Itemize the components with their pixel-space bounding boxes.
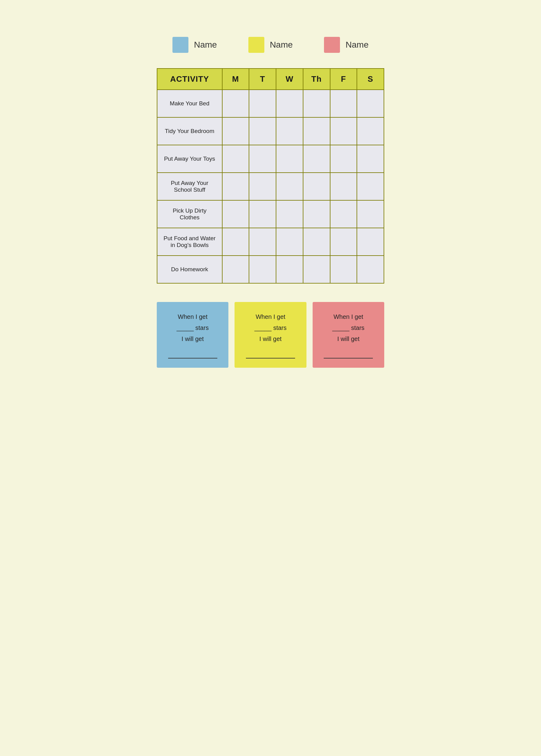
header-day-W: W <box>276 69 303 90</box>
cell-r5-d0[interactable] <box>222 228 249 256</box>
cell-r4-d0[interactable] <box>222 200 249 228</box>
cell-r2-d0[interactable] <box>222 145 249 173</box>
reward-card-yellow: When I get_____ starsI will get <box>235 302 306 368</box>
cell-r6-d2[interactable] <box>276 256 303 283</box>
table-row: Make Your Bed <box>157 90 384 118</box>
cell-r3-d3[interactable] <box>303 173 330 200</box>
cell-r3-d2[interactable] <box>276 173 303 200</box>
cell-r6-d5[interactable] <box>357 256 384 283</box>
cell-r2-d4[interactable] <box>330 145 357 173</box>
reward-section: When I get_____ starsI will get When I g… <box>157 302 384 368</box>
cell-r0-d5[interactable] <box>357 90 384 118</box>
activity-cell-1: Tidy Your Bedroom <box>157 118 222 145</box>
behavior-table-wrapper: ACTIVITY MTWThFS Make Your BedTidy Your … <box>157 68 384 284</box>
behavior-table: ACTIVITY MTWThFS Make Your BedTidy Your … <box>157 68 384 284</box>
legend-color-pink <box>324 37 340 53</box>
table-row: Put Away Your School Stuff <box>157 173 384 200</box>
cell-r5-d5[interactable] <box>357 228 384 256</box>
table-row: Put Away Your Toys <box>157 145 384 173</box>
cell-r0-d1[interactable] <box>249 90 276 118</box>
header-day-T: T <box>249 69 276 90</box>
cell-r4-d2[interactable] <box>276 200 303 228</box>
legend-label-pink: Name <box>345 40 368 50</box>
header-day-F: F <box>330 69 357 90</box>
cell-r2-d1[interactable] <box>249 145 276 173</box>
activity-cell-3: Put Away Your School Stuff <box>157 173 222 200</box>
cell-r6-d1[interactable] <box>249 256 276 283</box>
cell-r1-d3[interactable] <box>303 118 330 145</box>
legend-color-yellow <box>249 37 265 53</box>
cell-r0-d2[interactable] <box>276 90 303 118</box>
cell-r4-d4[interactable] <box>330 200 357 228</box>
cell-r3-d1[interactable] <box>249 173 276 200</box>
legend: NameNameName <box>157 37 384 53</box>
table-row: Do Homework <box>157 256 384 283</box>
table-row: Pick Up Dirty Clothes <box>157 200 384 228</box>
cell-r4-d3[interactable] <box>303 200 330 228</box>
legend-color-blue <box>173 37 189 53</box>
header-day-S: S <box>357 69 384 90</box>
cell-r6-d0[interactable] <box>222 256 249 283</box>
cell-r1-d5[interactable] <box>357 118 384 145</box>
cell-r1-d2[interactable] <box>276 118 303 145</box>
reward-card-blue: When I get_____ starsI will get <box>157 302 229 368</box>
legend-label-blue: Name <box>194 40 217 50</box>
cell-r1-d0[interactable] <box>222 118 249 145</box>
activity-cell-5: Put Food and Water in Dog's Bowls <box>157 228 222 256</box>
activity-cell-2: Put Away Your Toys <box>157 145 222 173</box>
cell-r5-d1[interactable] <box>249 228 276 256</box>
cell-r4-d1[interactable] <box>249 200 276 228</box>
cell-r5-d2[interactable] <box>276 228 303 256</box>
cell-r1-d1[interactable] <box>249 118 276 145</box>
reward-text-yellow: When I get_____ starsI will get <box>246 311 295 359</box>
activity-cell-4: Pick Up Dirty Clothes <box>157 200 222 228</box>
table-body: Make Your BedTidy Your BedroomPut Away Y… <box>157 90 384 283</box>
cell-r4-d5[interactable] <box>357 200 384 228</box>
cell-r2-d3[interactable] <box>303 145 330 173</box>
header-day-Th: Th <box>303 69 330 90</box>
cell-r6-d3[interactable] <box>303 256 330 283</box>
cell-r3-d5[interactable] <box>357 173 384 200</box>
table-row: Put Food and Water in Dog's Bowls <box>157 228 384 256</box>
legend-item-blue: Name <box>173 37 217 53</box>
page: NameNameName ACTIVITY MTWThFS Make Your … <box>135 0 406 386</box>
legend-item-pink: Name <box>324 37 368 53</box>
cell-r3-d4[interactable] <box>330 173 357 200</box>
cell-r0-d4[interactable] <box>330 90 357 118</box>
legend-item-yellow: Name <box>249 37 293 53</box>
header-day-M: M <box>222 69 249 90</box>
cell-r5-d3[interactable] <box>303 228 330 256</box>
cell-r5-d4[interactable] <box>330 228 357 256</box>
activity-cell-6: Do Homework <box>157 256 222 283</box>
table-row: Tidy Your Bedroom <box>157 118 384 145</box>
header-activity: ACTIVITY <box>157 69 222 90</box>
cell-r2-d5[interactable] <box>357 145 384 173</box>
cell-r1-d4[interactable] <box>330 118 357 145</box>
cell-r2-d2[interactable] <box>276 145 303 173</box>
cell-r0-d3[interactable] <box>303 90 330 118</box>
reward-card-pink: When I get_____ starsI will get <box>312 302 384 368</box>
legend-label-yellow: Name <box>270 40 293 50</box>
activity-cell-0: Make Your Bed <box>157 90 222 118</box>
reward-text-pink: When I get_____ starsI will get <box>324 311 373 359</box>
reward-text-blue: When I get_____ starsI will get <box>168 311 217 359</box>
table-header-row: ACTIVITY MTWThFS <box>157 69 384 90</box>
cell-r6-d4[interactable] <box>330 256 357 283</box>
cell-r0-d0[interactable] <box>222 90 249 118</box>
cell-r3-d0[interactable] <box>222 173 249 200</box>
